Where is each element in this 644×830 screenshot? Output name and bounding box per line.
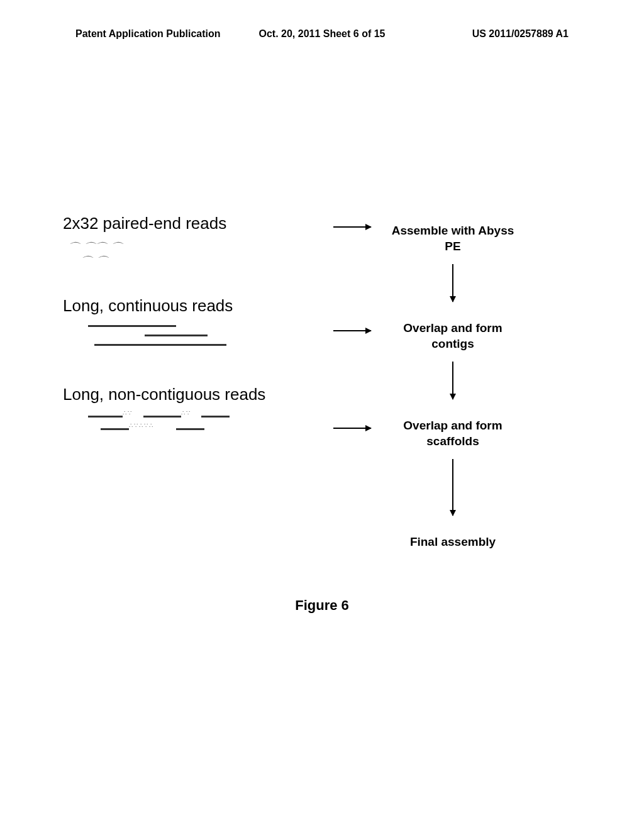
header-publication-type: Patent Application Publication bbox=[75, 28, 240, 40]
figure-content: 2x32 paired-end reads ⌒ ⌒⌒ ⌒ ⌒ ⌒ Long, c… bbox=[0, 214, 644, 473]
noncontiguous-title: Long, non-contiguous reads bbox=[63, 385, 327, 404]
arrow-right-icon bbox=[333, 428, 371, 429]
squiggle-icon: ⌒ ⌒ bbox=[82, 253, 109, 270]
step-contigs-label: Overlap and form contigs bbox=[390, 321, 516, 351]
gap-dots-icon: ∴∵ bbox=[181, 409, 191, 416]
read-segment-icon bbox=[201, 416, 230, 418]
step-scaffolds: Overlap and form scaffolds bbox=[390, 418, 516, 449]
gap-dots-icon: ∴∵∴∵∴ bbox=[129, 422, 154, 429]
gap-dots-icon: ∴∵ bbox=[123, 409, 133, 416]
paired-end-title: 2x32 paired-end reads bbox=[63, 214, 327, 233]
read-line-icon bbox=[94, 344, 226, 346]
read-segment-icon bbox=[176, 428, 204, 430]
read-line-icon bbox=[88, 325, 176, 327]
step-assemble: Assemble with Abyss PE bbox=[390, 223, 516, 254]
read-segment-icon bbox=[101, 428, 129, 430]
arrow-right-icon bbox=[333, 330, 371, 331]
noncontiguous-illustration: ∴∵ ∴∵ ∴∵∴∵∴ bbox=[88, 411, 327, 448]
arrow-down-wrap bbox=[390, 264, 516, 308]
read-segment-icon bbox=[88, 416, 123, 418]
paired-end-illustration: ⌒ ⌒⌒ ⌒ ⌒ ⌒ bbox=[63, 240, 327, 271]
continuous-illustration bbox=[88, 322, 327, 360]
step-assemble-label: Assemble with Abyss PE bbox=[390, 223, 516, 254]
step-scaffolds-label: Overlap and form scaffolds bbox=[390, 418, 516, 449]
step-contigs: Overlap and form contigs bbox=[390, 321, 516, 351]
header-publication-number: US 2011/0257889 A1 bbox=[404, 28, 569, 40]
figure-caption: Figure 6 bbox=[0, 597, 644, 614]
header-date-sheet: Oct. 20, 2011 Sheet 6 of 15 bbox=[240, 28, 404, 40]
read-line-icon bbox=[145, 335, 208, 336]
document-header: Patent Application Publication Oct. 20, … bbox=[0, 28, 644, 40]
arrow-down-icon bbox=[452, 362, 453, 399]
arrow-down-icon bbox=[452, 264, 453, 302]
arrow-right-icon bbox=[333, 226, 371, 228]
continuous-title: Long, continuous reads bbox=[63, 296, 327, 316]
step-final-label: Final assembly bbox=[390, 534, 516, 550]
arrow-down-wrap bbox=[390, 362, 516, 406]
step-final: Final assembly bbox=[390, 534, 516, 550]
arrow-down-icon bbox=[452, 459, 453, 516]
arrow-down-wrap bbox=[390, 459, 516, 522]
read-segment-icon bbox=[143, 416, 181, 418]
